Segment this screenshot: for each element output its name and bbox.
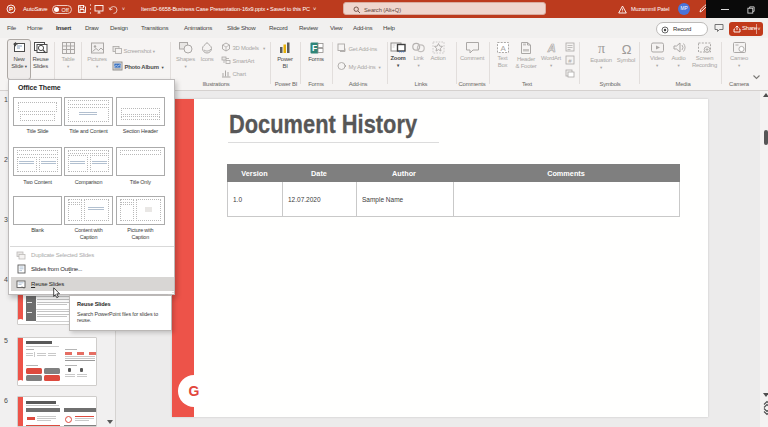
svg-text:π: π (598, 41, 605, 56)
svg-text:Ω: Ω (621, 42, 631, 57)
svg-text:A: A (546, 42, 555, 54)
svg-text:A: A (500, 44, 506, 53)
svg-text:P: P (9, 5, 13, 12)
svg-text:F: F (312, 43, 317, 53)
